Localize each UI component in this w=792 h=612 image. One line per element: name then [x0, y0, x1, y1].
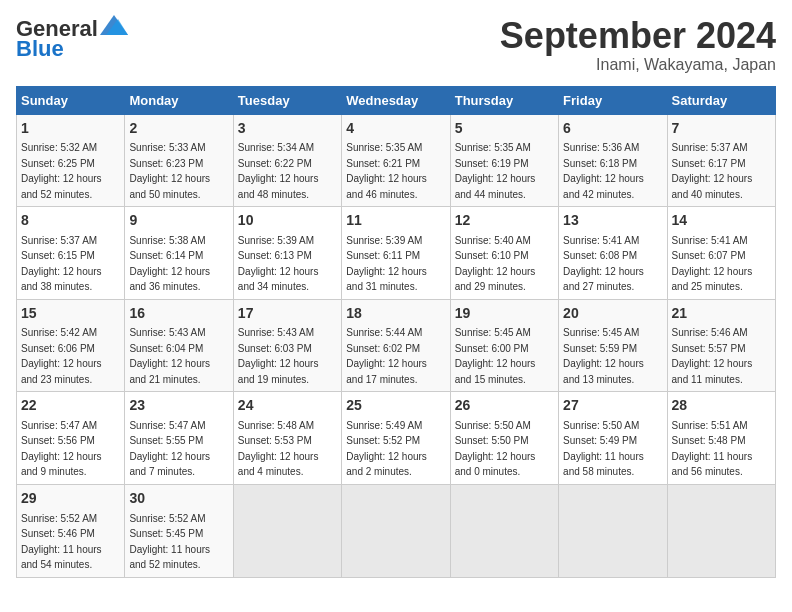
- day-number: 9: [129, 211, 228, 231]
- table-row: 6Sunrise: 5:36 AM Sunset: 6:18 PM Daylig…: [559, 114, 667, 207]
- logo: General Blue: [16, 16, 128, 62]
- table-row: 17Sunrise: 5:43 AM Sunset: 6:03 PM Dayli…: [233, 299, 341, 392]
- day-detail: Sunrise: 5:37 AM Sunset: 6:17 PM Dayligh…: [672, 142, 753, 200]
- day-number: 23: [129, 396, 228, 416]
- day-detail: Sunrise: 5:45 AM Sunset: 6:00 PM Dayligh…: [455, 327, 536, 385]
- day-number: 8: [21, 211, 120, 231]
- day-number: 13: [563, 211, 662, 231]
- day-number: 21: [672, 304, 771, 324]
- day-detail: Sunrise: 5:46 AM Sunset: 5:57 PM Dayligh…: [672, 327, 753, 385]
- day-number: 15: [21, 304, 120, 324]
- day-number: 1: [21, 119, 120, 139]
- header-tuesday: Tuesday: [233, 86, 341, 114]
- day-number: 29: [21, 489, 120, 509]
- day-detail: Sunrise: 5:51 AM Sunset: 5:48 PM Dayligh…: [672, 420, 753, 478]
- day-detail: Sunrise: 5:49 AM Sunset: 5:52 PM Dayligh…: [346, 420, 427, 478]
- header-saturday: Saturday: [667, 86, 775, 114]
- table-row: 1Sunrise: 5:32 AM Sunset: 6:25 PM Daylig…: [17, 114, 125, 207]
- day-detail: Sunrise: 5:43 AM Sunset: 6:04 PM Dayligh…: [129, 327, 210, 385]
- calendar-week-row: 1Sunrise: 5:32 AM Sunset: 6:25 PM Daylig…: [17, 114, 776, 207]
- table-row: 28Sunrise: 5:51 AM Sunset: 5:48 PM Dayli…: [667, 392, 775, 485]
- day-detail: Sunrise: 5:45 AM Sunset: 5:59 PM Dayligh…: [563, 327, 644, 385]
- day-number: 10: [238, 211, 337, 231]
- calendar-header-row: Sunday Monday Tuesday Wednesday Thursday…: [17, 86, 776, 114]
- table-row: 9Sunrise: 5:38 AM Sunset: 6:14 PM Daylig…: [125, 207, 233, 300]
- day-number: 7: [672, 119, 771, 139]
- day-detail: Sunrise: 5:36 AM Sunset: 6:18 PM Dayligh…: [563, 142, 644, 200]
- day-number: 19: [455, 304, 554, 324]
- table-row: 21Sunrise: 5:46 AM Sunset: 5:57 PM Dayli…: [667, 299, 775, 392]
- day-detail: Sunrise: 5:32 AM Sunset: 6:25 PM Dayligh…: [21, 142, 102, 200]
- table-row: 14Sunrise: 5:41 AM Sunset: 6:07 PM Dayli…: [667, 207, 775, 300]
- day-detail: Sunrise: 5:41 AM Sunset: 6:07 PM Dayligh…: [672, 235, 753, 293]
- table-row: 5Sunrise: 5:35 AM Sunset: 6:19 PM Daylig…: [450, 114, 558, 207]
- page-header: General Blue September 2024 Inami, Wakay…: [16, 16, 776, 74]
- day-detail: Sunrise: 5:38 AM Sunset: 6:14 PM Dayligh…: [129, 235, 210, 293]
- day-number: 12: [455, 211, 554, 231]
- table-row: [667, 484, 775, 577]
- location-title: Inami, Wakayama, Japan: [500, 56, 776, 74]
- day-detail: Sunrise: 5:39 AM Sunset: 6:13 PM Dayligh…: [238, 235, 319, 293]
- day-number: 28: [672, 396, 771, 416]
- table-row: 3Sunrise: 5:34 AM Sunset: 6:22 PM Daylig…: [233, 114, 341, 207]
- day-number: 20: [563, 304, 662, 324]
- table-row: 12Sunrise: 5:40 AM Sunset: 6:10 PM Dayli…: [450, 207, 558, 300]
- calendar-week-row: 22Sunrise: 5:47 AM Sunset: 5:56 PM Dayli…: [17, 392, 776, 485]
- day-number: 25: [346, 396, 445, 416]
- day-detail: Sunrise: 5:50 AM Sunset: 5:49 PM Dayligh…: [563, 420, 644, 478]
- day-number: 6: [563, 119, 662, 139]
- calendar-week-row: 29Sunrise: 5:52 AM Sunset: 5:46 PM Dayli…: [17, 484, 776, 577]
- table-row: [450, 484, 558, 577]
- table-row: 19Sunrise: 5:45 AM Sunset: 6:00 PM Dayli…: [450, 299, 558, 392]
- table-row: 22Sunrise: 5:47 AM Sunset: 5:56 PM Dayli…: [17, 392, 125, 485]
- day-detail: Sunrise: 5:44 AM Sunset: 6:02 PM Dayligh…: [346, 327, 427, 385]
- table-row: 18Sunrise: 5:44 AM Sunset: 6:02 PM Dayli…: [342, 299, 450, 392]
- day-detail: Sunrise: 5:35 AM Sunset: 6:21 PM Dayligh…: [346, 142, 427, 200]
- day-number: 24: [238, 396, 337, 416]
- day-detail: Sunrise: 5:42 AM Sunset: 6:06 PM Dayligh…: [21, 327, 102, 385]
- day-number: 27: [563, 396, 662, 416]
- day-detail: Sunrise: 5:35 AM Sunset: 6:19 PM Dayligh…: [455, 142, 536, 200]
- table-row: [233, 484, 341, 577]
- table-row: 26Sunrise: 5:50 AM Sunset: 5:50 PM Dayli…: [450, 392, 558, 485]
- table-row: 16Sunrise: 5:43 AM Sunset: 6:04 PM Dayli…: [125, 299, 233, 392]
- table-row: 2Sunrise: 5:33 AM Sunset: 6:23 PM Daylig…: [125, 114, 233, 207]
- header-thursday: Thursday: [450, 86, 558, 114]
- header-sunday: Sunday: [17, 86, 125, 114]
- day-number: 11: [346, 211, 445, 231]
- table-row: 30Sunrise: 5:52 AM Sunset: 5:45 PM Dayli…: [125, 484, 233, 577]
- day-detail: Sunrise: 5:40 AM Sunset: 6:10 PM Dayligh…: [455, 235, 536, 293]
- table-row: 24Sunrise: 5:48 AM Sunset: 5:53 PM Dayli…: [233, 392, 341, 485]
- logo-icon: [100, 15, 128, 35]
- day-number: 5: [455, 119, 554, 139]
- table-row: 4Sunrise: 5:35 AM Sunset: 6:21 PM Daylig…: [342, 114, 450, 207]
- day-number: 4: [346, 119, 445, 139]
- header-friday: Friday: [559, 86, 667, 114]
- day-detail: Sunrise: 5:37 AM Sunset: 6:15 PM Dayligh…: [21, 235, 102, 293]
- table-row: 20Sunrise: 5:45 AM Sunset: 5:59 PM Dayli…: [559, 299, 667, 392]
- table-row: 13Sunrise: 5:41 AM Sunset: 6:08 PM Dayli…: [559, 207, 667, 300]
- table-row: 23Sunrise: 5:47 AM Sunset: 5:55 PM Dayli…: [125, 392, 233, 485]
- month-title: September 2024: [500, 16, 776, 56]
- table-row: 29Sunrise: 5:52 AM Sunset: 5:46 PM Dayli…: [17, 484, 125, 577]
- day-detail: Sunrise: 5:41 AM Sunset: 6:08 PM Dayligh…: [563, 235, 644, 293]
- day-number: 18: [346, 304, 445, 324]
- day-number: 26: [455, 396, 554, 416]
- day-detail: Sunrise: 5:34 AM Sunset: 6:22 PM Dayligh…: [238, 142, 319, 200]
- table-row: [559, 484, 667, 577]
- day-detail: Sunrise: 5:43 AM Sunset: 6:03 PM Dayligh…: [238, 327, 319, 385]
- day-detail: Sunrise: 5:48 AM Sunset: 5:53 PM Dayligh…: [238, 420, 319, 478]
- logo-blue: Blue: [16, 36, 64, 62]
- day-number: 16: [129, 304, 228, 324]
- table-row: 25Sunrise: 5:49 AM Sunset: 5:52 PM Dayli…: [342, 392, 450, 485]
- table-row: 8Sunrise: 5:37 AM Sunset: 6:15 PM Daylig…: [17, 207, 125, 300]
- header-wednesday: Wednesday: [342, 86, 450, 114]
- day-number: 22: [21, 396, 120, 416]
- calendar-table: Sunday Monday Tuesday Wednesday Thursday…: [16, 86, 776, 578]
- day-detail: Sunrise: 5:39 AM Sunset: 6:11 PM Dayligh…: [346, 235, 427, 293]
- day-number: 14: [672, 211, 771, 231]
- day-number: 30: [129, 489, 228, 509]
- day-number: 2: [129, 119, 228, 139]
- day-number: 3: [238, 119, 337, 139]
- header-monday: Monday: [125, 86, 233, 114]
